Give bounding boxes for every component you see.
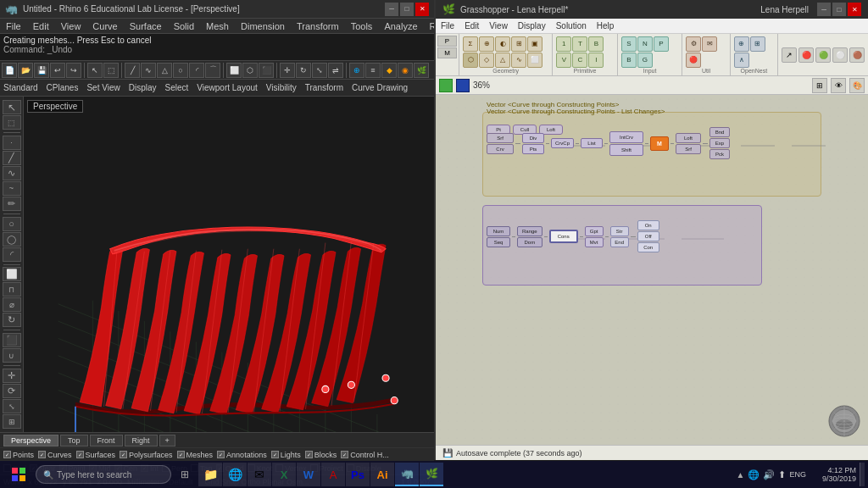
gh-menu-file[interactable]: File — [441, 21, 454, 30]
tray-battery[interactable]: ⬆ — [778, 469, 786, 480]
gh-util2[interactable]: ✉ — [702, 36, 717, 52]
gh-view-icon3[interactable]: 🎨 — [849, 78, 865, 93]
boolean-tool-side[interactable]: ∪ — [3, 348, 21, 363]
gh-node-b2[interactable]: Seq — [487, 237, 510, 247]
cb-curves[interactable]: ✓ Curves — [38, 451, 72, 459]
taskbar-app-rhino[interactable]: 🦏 — [395, 463, 419, 486]
freeform-tool[interactable]: ✏ — [3, 197, 21, 211]
taskbar-app-acrobat[interactable]: A — [321, 463, 345, 486]
tab-perspective[interactable]: Perspective — [3, 435, 58, 446]
select-arrow-tool[interactable]: ↖ — [3, 100, 21, 114]
tray-volume[interactable]: 🔊 — [763, 469, 775, 480]
gh-node-b8[interactable]: End — [610, 237, 629, 247]
mirror-tool[interactable]: ⇌ — [328, 63, 343, 78]
tab-right[interactable]: Right — [125, 435, 158, 446]
gh-node-r1-3[interactable]: Div — [522, 133, 544, 143]
taskbar-app-mail[interactable]: ✉ — [248, 463, 271, 486]
gh-prim3[interactable]: B — [588, 36, 604, 52]
gh-node-b6[interactable]: Mvt — [585, 237, 604, 247]
gh-blue-indicator[interactable] — [456, 79, 470, 92]
solid-tool[interactable]: ⬛ — [259, 63, 274, 78]
gh-menu-view[interactable]: View — [489, 21, 508, 30]
taskbar-app-ai[interactable]: Ai — [370, 463, 394, 486]
gh-prim1[interactable]: 1 — [556, 36, 571, 52]
gh-on3[interactable]: ∧ — [734, 53, 749, 68]
gh-node-b3[interactable]: Range — [517, 226, 542, 236]
gh-node-white[interactable]: Cons — [549, 230, 578, 243]
gh-node-r1-6[interactable]: List — [581, 138, 603, 148]
tb-transform[interactable]: Transform — [305, 83, 343, 92]
menu-curve[interactable]: Curve — [90, 21, 120, 31]
loft-tool-side[interactable]: ⊓ — [3, 282, 21, 297]
gh-prim4[interactable]: V — [556, 53, 571, 68]
cursor-tool[interactable]: ↖ — [87, 63, 103, 78]
gh-node-b1[interactable]: Num — [487, 226, 510, 236]
poly-tool[interactable]: △ — [157, 63, 172, 78]
taskbar-app-excel[interactable]: X — [272, 463, 296, 486]
tab-add[interactable]: + — [159, 435, 175, 446]
gh-btn-s9[interactable]: ∿ — [511, 53, 526, 68]
gh-btn-s1[interactable]: Σ — [463, 36, 478, 52]
surface-tool-side[interactable]: ⬜ — [3, 267, 21, 281]
menu-dimension[interactable]: Dimension — [238, 21, 287, 31]
cb-annotations[interactable]: ✓ Annotations — [217, 451, 267, 459]
tb-curve-drawing[interactable]: Curve Drawing — [352, 83, 408, 92]
tray-network[interactable]: 🌐 — [748, 469, 760, 480]
tb-viewport-layout[interactable]: Viewport Layout — [197, 83, 258, 92]
gh-canvas[interactable]: Vector <Curve through Constructing Point… — [436, 95, 868, 445]
maximize-button[interactable]: □ — [400, 3, 414, 16]
point-tool-side[interactable]: · — [3, 136, 21, 150]
rotate3d-tool-side[interactable]: ⟳ — [3, 384, 21, 398]
viewport-3d[interactable]: Perspective — [24, 97, 434, 432]
gh-close-btn[interactable]: ✕ — [848, 3, 861, 16]
gh-node-b7[interactable]: Str — [610, 226, 629, 236]
close-button[interactable]: ✕ — [415, 3, 429, 16]
rotate-tool[interactable]: ↻ — [296, 63, 311, 78]
select-tool[interactable]: ⬚ — [103, 63, 119, 78]
gh-prim2[interactable]: T — [572, 36, 587, 52]
sweep-tool-side[interactable]: ⌀ — [3, 297, 21, 312]
snap-tool[interactable]: ⊕ — [349, 63, 364, 78]
circle-tool[interactable]: ○ — [173, 63, 188, 78]
gh-node-r1-2[interactable]: Crv — [487, 144, 514, 154]
gh-node-b4[interactable]: Dom — [517, 237, 542, 247]
gh-view-icon2[interactable]: 👁 — [831, 78, 846, 93]
gh-menu-edit[interactable]: Edit — [465, 21, 479, 30]
gh-node-out2[interactable]: Srf — [676, 144, 701, 154]
undo-btn[interactable]: ↩ — [50, 63, 65, 78]
gh-node-r1-1[interactable]: Srf — [487, 133, 514, 143]
search-bar[interactable]: 🔍 Type here to search — [36, 465, 171, 484]
cb-control[interactable]: ✓ Control H... — [341, 451, 389, 459]
curve-tool-side[interactable]: ∿ — [3, 166, 21, 180]
gh-menu-display[interactable]: Display — [518, 21, 546, 30]
interpolate-tool[interactable]: ~ — [3, 181, 21, 196]
array-tool-side[interactable]: ⊞ — [3, 414, 21, 429]
gh-icon-r4[interactable]: ⚪ — [832, 47, 848, 63]
new-file-btn[interactable]: 📄 — [2, 63, 17, 78]
gh-minimize-btn[interactable]: ─ — [817, 3, 831, 16]
cb-blocks[interactable]: ✓ Blocks — [305, 451, 337, 459]
revolve-tool-side[interactable]: ↻ — [3, 313, 21, 327]
scale-tool[interactable]: ⤡ — [312, 63, 327, 78]
tb-select[interactable]: Select — [165, 83, 189, 92]
gh-node-main2[interactable]: Shift — [609, 144, 643, 156]
gh-tab-M[interactable]: M — [437, 47, 457, 58]
gh-tab-P[interactable]: P — [437, 36, 457, 47]
gh-menu-help[interactable]: Help — [597, 21, 615, 30]
layer-tool[interactable]: ≡ — [365, 63, 381, 78]
gh-btn-s5[interactable]: ▣ — [527, 36, 542, 52]
gh-node-br1[interactable]: On — [637, 220, 659, 230]
taskbar-app-word[interactable]: W — [297, 463, 320, 486]
start-button[interactable] — [3, 461, 34, 488]
tb-cplanes[interactable]: CPlanes — [47, 83, 79, 92]
arc-tool-side[interactable]: ◜ — [3, 247, 21, 262]
cb-meshes[interactable]: ✓ Meshes — [177, 451, 214, 459]
gh-node-b5[interactable]: Gpt — [585, 226, 604, 236]
gh-btn-s3[interactable]: ◐ — [495, 36, 510, 52]
gh-icon-r2[interactable]: 🔴 — [798, 47, 814, 63]
gh-green-indicator[interactable] — [439, 79, 453, 92]
tab-top[interactable]: Top — [60, 435, 88, 446]
tb-visibility[interactable]: Visibility — [266, 83, 297, 92]
circle-tool-side[interactable]: ○ — [3, 217, 21, 231]
clock[interactable]: 4:12 PM 9/30/2019 — [810, 466, 856, 483]
